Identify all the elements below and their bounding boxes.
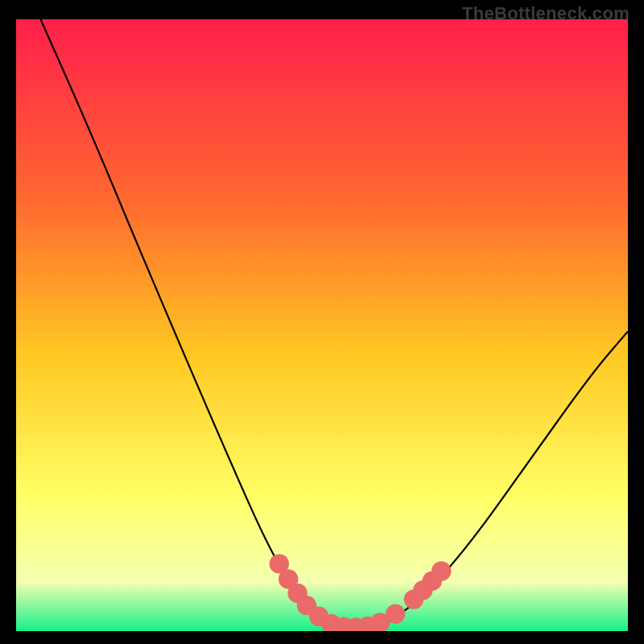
watermark-text: TheBottleneck.com: [462, 3, 630, 24]
gradient-background: [16, 19, 628, 631]
chart-frame: TheBottleneck.com: [0, 0, 644, 644]
svg-rect-0: [16, 19, 628, 631]
plot-area: [16, 19, 628, 631]
